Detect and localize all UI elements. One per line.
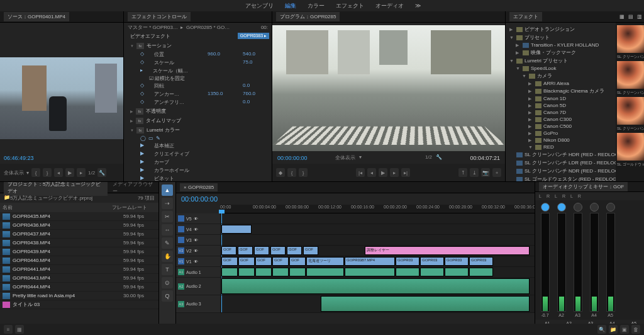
mixer-channel[interactable]: A2 <box>554 203 569 317</box>
timeline-clip[interactable]: GOF <box>303 246 318 255</box>
mixer-channel[interactable]: A5 <box>603 203 618 317</box>
effect-controls-tab[interactable]: エフェクトコントロール <box>128 12 191 21</box>
ec-timeremap[interactable]: ▶fxタイムリマップ <box>124 116 272 125</box>
menu-color[interactable]: カラー <box>308 2 325 10</box>
project-item[interactable]: GOPR0438.MP459.94 fps <box>0 239 158 247</box>
project-item[interactable]: GOPR0444.MP459.94 fps <box>0 283 158 292</box>
icon-view-icon[interactable]: ▦ <box>15 325 24 327</box>
tool-button[interactable]: ⇢ <box>162 198 173 209</box>
ec-lumetri-item[interactable]: ▶基本補正 <box>124 142 272 150</box>
ec-scale[interactable]: ◇スケール75.0 <box>124 59 272 67</box>
ec-position[interactable]: ◇位置960.0540.0 <box>124 50 272 59</box>
export-frame-icon[interactable]: 📷 <box>481 168 490 177</box>
effects-view-icon[interactable]: ▦ <box>619 14 625 20</box>
mixer-tab[interactable]: オーディオクリップミキサー：GOF <box>539 182 628 191</box>
timeline-clip[interactable]: 北海道ツーリ <box>306 257 344 266</box>
source-viewport[interactable] <box>0 57 123 139</box>
source-tab[interactable]: ソース：GOPR0401.MP4 <box>4 12 69 21</box>
program-tab[interactable]: プログラム：GOPR0285 <box>276 12 340 21</box>
timeline-clip[interactable]: GOPR03 <box>445 257 469 266</box>
timeline-audio-clip[interactable] <box>420 268 444 276</box>
mark-out-icon[interactable]: } <box>299 168 308 177</box>
menu-assembly[interactable]: アセンブリ <box>245 2 274 10</box>
ec-lumetri-item[interactable]: ▶カラーホイール <box>124 166 272 174</box>
ec-lumetri-item[interactable]: ▶カーブ <box>124 158 272 166</box>
ec-uniform-check[interactable]: ☑ 縦横比を固定 <box>124 75 272 82</box>
timeline-clip[interactable]: GOPR03 <box>420 257 444 266</box>
tool-button[interactable]: T <box>162 264 173 275</box>
timeline-audio-clip[interactable] <box>396 268 419 276</box>
project-item[interactable]: GOPR0443.MP459.94 fps <box>0 274 158 283</box>
tool-button[interactable]: ⊙ <box>162 277 173 288</box>
tool-button[interactable]: ↔ <box>162 224 173 236</box>
timeline-audio-clip[interactable] <box>445 268 469 276</box>
video-track-header[interactable]: V3👁 <box>176 235 220 246</box>
audio-track-header[interactable]: A1Audio 1 <box>176 267 220 278</box>
timeline-clip[interactable]: GOF <box>255 257 272 266</box>
video-track-header[interactable]: V1V1👁 <box>176 256 220 267</box>
project-item[interactable]: GOPR0436.MP459.94 fps <box>0 221 158 230</box>
timeline-clip[interactable]: GOPR03 <box>469 257 493 266</box>
wrench-icon[interactable]: 🔧 <box>97 168 106 177</box>
program-scale[interactable]: 1/2 <box>425 154 432 161</box>
video-track-header[interactable]: V5👁 <box>176 213 220 224</box>
mixer-channel[interactable]: A4 <box>587 203 601 317</box>
project-columns-header[interactable]: 名前 フレームレート <box>0 203 158 212</box>
program-tc-in[interactable]: 00:00:00:00 <box>277 155 308 161</box>
step-fwd-icon[interactable]: ▸ <box>390 168 399 177</box>
effects-tab[interactable]: エフェクト <box>509 12 542 21</box>
timeline-audio-clip[interactable] <box>221 268 238 276</box>
ec-anchor[interactable]: ◇アンカー…1350.0760.0 <box>124 90 272 98</box>
timeline-clips-area[interactable]: GOFGOFGOFGOFGOFGOF調整レイヤーGOFGOFGOFGOFGOF北… <box>220 213 535 313</box>
mark-in-icon[interactable]: { <box>31 168 40 177</box>
project-item[interactable]: タイトル 03 <box>0 300 158 309</box>
goto-out-icon[interactable]: ▸| <box>401 168 410 177</box>
timeline-timecode[interactable]: 00:00:00:00 <box>176 193 535 205</box>
timeline-clip[interactable]: GOF <box>289 257 306 266</box>
ec-motion[interactable]: ▼fxモーション <box>124 41 272 50</box>
timeline-clip[interactable]: GOF <box>238 246 253 255</box>
step-back-icon[interactable]: ◂ <box>54 168 63 177</box>
play-icon[interactable]: ▶ <box>65 168 74 177</box>
preset-thumb[interactable]: SL クリーンパン… <box>617 61 644 96</box>
menu-more[interactable]: ≫ <box>415 3 421 9</box>
tool-button[interactable]: ▲ <box>162 185 173 196</box>
tool-button[interactable]: ✎ <box>162 237 173 249</box>
timeline-clip[interactable]: GOPR03 <box>396 257 419 266</box>
timeline-audio-clip[interactable] <box>289 268 306 276</box>
timeline-audio-clip[interactable] <box>238 268 255 276</box>
project-item[interactable]: GOPR0441.MP459.94 fps <box>0 265 158 274</box>
program-viewport[interactable] <box>272 25 505 151</box>
timeline-audio-clip[interactable] <box>321 296 530 312</box>
tool-button[interactable]: ✂ <box>162 211 173 222</box>
project-item[interactable]: Pretty little road in Asia.mp430.00 fps <box>0 292 158 300</box>
list-view-icon[interactable]: ≡ <box>4 325 13 327</box>
source-fit-dropdown[interactable]: 全体表示 <box>4 169 24 176</box>
workspace-menu[interactable]: アセンブリ 編集 カラー エフェクト オーディオ ≫ <box>0 0 644 11</box>
mixer-channel[interactable]: A3 <box>570 203 585 317</box>
source-scale[interactable]: 1/2 <box>88 170 95 176</box>
timeline-audio-clip[interactable] <box>221 278 530 294</box>
timeline-audio-clip[interactable] <box>272 268 289 276</box>
project-item[interactable]: GOPR0440.MP459.94 fps <box>0 256 158 265</box>
timeline-tab[interactable]: × GOPR0285 <box>180 183 218 191</box>
timeline-audio-clip[interactable] <box>469 268 493 276</box>
ec-lumetri-item[interactable]: ▶クリエイティブ <box>124 150 272 158</box>
video-track-header[interactable]: V4👁 <box>176 224 220 235</box>
menu-audio[interactable]: オーディオ <box>375 2 404 10</box>
menu-effects[interactable]: エフェクト <box>336 2 364 10</box>
ec-clip-chip[interactable]: GOPR0383 ▸ <box>238 33 269 39</box>
menu-editing[interactable]: 編集 <box>285 2 296 10</box>
effects-view-icon[interactable]: ▥ <box>637 14 642 20</box>
timeline-audio-clip[interactable] <box>255 268 272 276</box>
play-icon[interactable]: ▶ <box>379 168 387 177</box>
video-track-header[interactable]: V2V2👁 <box>176 246 220 256</box>
add-marker-icon[interactable]: ◆ <box>276 168 285 177</box>
project-item[interactable]: GOPR0435.MP459.94 fps <box>0 212 158 221</box>
program-fit-dropdown[interactable]: 全体表示 <box>335 154 355 161</box>
project-item[interactable]: GOPR0439.MP459.94 fps <box>0 247 158 256</box>
audio-track-header[interactable]: A2Audio 2 <box>176 278 220 295</box>
media-browser-tab[interactable]: メディアブラウザー <box>113 182 155 195</box>
ec-scale-w[interactable]: ▸スケール（幅… <box>124 67 272 75</box>
ec-lumetri[interactable]: ▼fxLumetri カラー <box>124 125 272 135</box>
